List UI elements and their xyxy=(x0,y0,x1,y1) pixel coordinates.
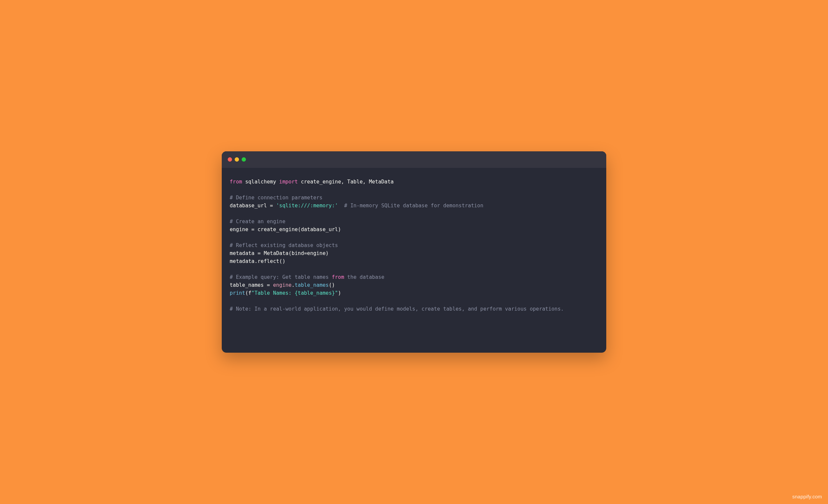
code-token: ) xyxy=(338,290,341,296)
code-line: table_names = engine.table_names() xyxy=(230,281,598,289)
code-token: # Example query: Get table names xyxy=(230,274,332,280)
minimize-icon[interactable] xyxy=(235,157,239,162)
code-token: . xyxy=(292,282,295,288)
code-token: from xyxy=(230,179,242,185)
close-icon[interactable] xyxy=(228,157,232,162)
code-token: create_engine, Table, MetaData xyxy=(298,179,394,185)
code-line xyxy=(230,186,598,194)
code-token: 'sqlite:///:memory:' xyxy=(276,203,338,209)
watermark: snappify.com xyxy=(792,494,822,499)
code-token: # Note: In a real-world application, you… xyxy=(230,306,564,312)
code-block: from sqlalchemy import create_engine, Ta… xyxy=(222,168,606,353)
code-token: # Reflect existing database objects xyxy=(230,242,338,248)
code-token: # Create an engine xyxy=(230,219,285,225)
code-line: database_url = 'sqlite:///:memory:' # In… xyxy=(230,202,598,210)
zoom-icon[interactable] xyxy=(242,157,246,162)
code-token: metadata = MetaData(bind=engine) xyxy=(230,250,329,256)
code-token: "Table Names: {table_names}" xyxy=(251,290,338,296)
code-token: the database xyxy=(344,274,384,280)
code-line: metadata.reflect() xyxy=(230,257,598,265)
code-token: print xyxy=(230,290,245,296)
code-token: (f xyxy=(245,290,252,296)
code-line: # Example query: Get table names from th… xyxy=(230,273,598,281)
code-token: # In-memory SQLite database for demonstr… xyxy=(344,203,483,209)
code-token: metadata.reflect() xyxy=(230,258,285,264)
code-line: metadata = MetaData(bind=engine) xyxy=(230,249,598,257)
code-line: # Create an engine xyxy=(230,218,598,226)
code-line xyxy=(230,297,598,305)
code-token: table_names xyxy=(295,282,329,288)
code-line xyxy=(230,233,598,241)
code-token: () xyxy=(329,282,335,288)
code-token: engine xyxy=(273,282,292,288)
code-window: from sqlalchemy import create_engine, Ta… xyxy=(222,151,606,353)
code-line: engine = create_engine(database_url) xyxy=(230,226,598,233)
code-line: from sqlalchemy import create_engine, Ta… xyxy=(230,178,598,186)
code-token: engine = create_engine(database_url) xyxy=(230,227,341,232)
code-line: # Define connection parameters xyxy=(230,194,598,202)
code-token xyxy=(338,203,344,209)
code-line: # Reflect existing database objects xyxy=(230,241,598,249)
code-token: # Define connection parameters xyxy=(230,195,323,201)
code-token: table_names = xyxy=(230,282,273,288)
code-token: sqlalchemy xyxy=(242,179,279,185)
code-token: from xyxy=(332,274,344,280)
code-line: # Note: In a real-world application, you… xyxy=(230,305,598,313)
code-token: import xyxy=(279,179,298,185)
code-line xyxy=(230,210,598,218)
window-titlebar xyxy=(222,151,606,168)
code-line: print(f"Table Names: {table_names}") xyxy=(230,289,598,297)
code-line xyxy=(230,265,598,273)
code-token: database_url = xyxy=(230,203,276,209)
